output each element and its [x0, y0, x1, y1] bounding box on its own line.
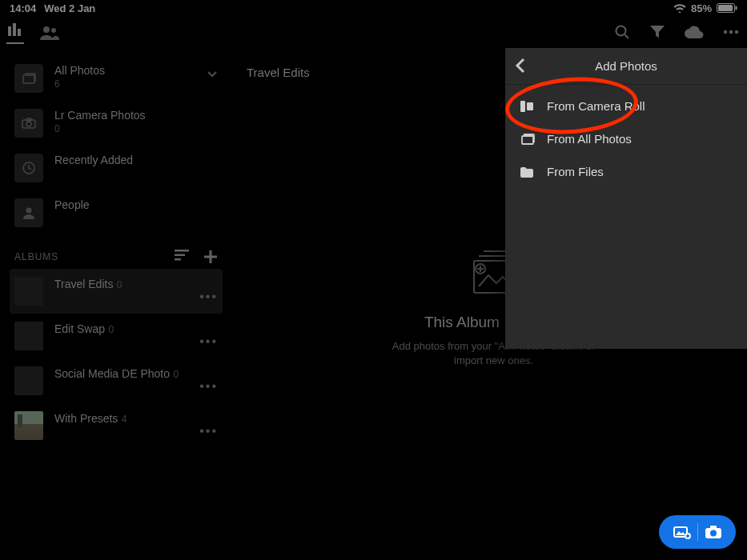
photo-stack-icon — [520, 133, 536, 146]
sidebar-item-count: 0 — [54, 123, 146, 134]
svg-rect-13 — [23, 75, 34, 83]
svg-rect-28 — [520, 101, 525, 112]
import-fab[interactable] — [659, 515, 736, 549]
sidebar-item-count: 6 — [54, 78, 105, 90]
album-item-label: Edit Swap — [54, 322, 105, 335]
svg-rect-2 — [736, 6, 737, 10]
popup-header: Add Photos — [505, 48, 747, 85]
status-date: Wed 2 Jan — [44, 2, 95, 14]
album-item-label: With Presets — [54, 412, 118, 425]
filter-icon[interactable] — [649, 25, 665, 39]
popup-item-camera-roll[interactable]: From Camera Roll — [505, 90, 747, 122]
camera-icon — [14, 109, 43, 138]
svg-point-10 — [724, 30, 727, 34]
svg-rect-37 — [710, 526, 717, 529]
status-time: 14:04 — [10, 2, 36, 14]
add-photo-icon — [673, 525, 691, 539]
album-thumb — [14, 322, 43, 350]
svg-point-11 — [729, 30, 733, 34]
overflow-icon[interactable] — [723, 30, 739, 34]
svg-rect-34 — [685, 535, 689, 537]
popup-item-files[interactable]: From Files — [505, 155, 747, 188]
battery-icon — [717, 3, 737, 13]
sidebar-item-label: People — [54, 198, 90, 211]
album-item-social-media[interactable]: Social Media DE Photo 0 ••• — [10, 358, 223, 403]
svg-rect-30 — [522, 136, 533, 144]
album-item-count: 0 — [109, 324, 114, 335]
svg-point-12 — [735, 30, 738, 34]
album-item-count: 4 — [122, 414, 127, 425]
popup-item-label: From Camera Roll — [547, 99, 645, 113]
person-icon — [14, 198, 43, 227]
camera-icon — [705, 525, 722, 539]
album-item-travel-edits[interactable]: Travel Edits 0 ••• — [10, 269, 223, 314]
album-thumb — [14, 277, 43, 306]
shared-tab-icon[interactable] — [40, 26, 59, 40]
svg-rect-29 — [527, 102, 533, 110]
sort-icon[interactable] — [175, 250, 189, 264]
popup-list: From Camera Roll From All Photos From Fi… — [505, 85, 747, 193]
sidebar-item-label: Recently Added — [54, 154, 133, 166]
album-item-label: Travel Edits — [54, 278, 113, 290]
album-more-icon[interactable]: ••• — [199, 290, 218, 304]
add-album-icon[interactable] — [203, 250, 218, 264]
svg-point-7 — [51, 28, 56, 33]
svg-line-9 — [625, 35, 629, 39]
sidebar-item-recently-added[interactable]: Recently Added — [10, 146, 223, 190]
sidebar-item-label: Lr Camera Photos — [54, 109, 146, 122]
sidebar-item-people[interactable]: People — [10, 190, 223, 235]
toolbar-right — [614, 24, 739, 40]
svg-rect-23 — [204, 256, 217, 258]
wifi-icon — [673, 3, 686, 13]
photo-stack-icon — [14, 64, 43, 93]
svg-point-18 — [26, 208, 32, 214]
cloud-icon[interactable] — [685, 26, 704, 38]
albums-header: ALBUMS — [14, 250, 218, 264]
status-battery: 85% — [691, 2, 712, 14]
library-tab-icon[interactable] — [6, 22, 24, 44]
album-item-count: 0 — [173, 369, 179, 380]
sidebar-item-all-photos[interactable]: All Photos 6 — [10, 56, 223, 101]
clock-icon — [14, 154, 43, 182]
popup-item-label: From Files — [547, 165, 604, 178]
popup-title: Add Photos — [595, 59, 657, 73]
svg-point-8 — [616, 26, 626, 36]
folder-icon — [520, 166, 536, 178]
device-photos-icon — [520, 100, 536, 113]
svg-point-15 — [26, 122, 31, 126]
album-thumb — [14, 411, 43, 440]
empty-subtitle-line2: import new ones. — [334, 354, 654, 368]
album-item-edit-swap[interactable]: Edit Swap 0 ••• — [10, 314, 223, 358]
album-thumb — [14, 366, 43, 395]
album-more-icon[interactable]: ••• — [199, 424, 218, 438]
albums-heading: ALBUMS — [14, 251, 58, 262]
top-tabs — [6, 19, 59, 46]
svg-rect-1 — [718, 5, 733, 11]
svg-rect-20 — [175, 254, 185, 257]
fab-divider — [697, 523, 698, 541]
svg-rect-21 — [175, 258, 181, 261]
album-item-with-presets[interactable]: With Presets 4 ••• — [10, 403, 223, 448]
album-item-label: Social Media DE Photo — [54, 367, 170, 380]
status-bar: 14:04 Wed 2 Jan 85% — [0, 0, 747, 16]
svg-point-36 — [710, 530, 717, 537]
chevron-down-icon[interactable] — [207, 70, 218, 78]
svg-point-6 — [43, 26, 50, 33]
sidebar-item-lr-camera[interactable]: Lr Camera Photos 0 — [10, 101, 223, 146]
search-icon[interactable] — [614, 24, 630, 40]
svg-rect-3 — [8, 26, 11, 36]
sidebar-item-label: All Photos — [54, 64, 105, 77]
svg-rect-19 — [175, 250, 189, 252]
popup-item-label: From All Photos — [547, 132, 632, 146]
album-item-count: 0 — [117, 279, 122, 290]
album-more-icon[interactable]: ••• — [199, 334, 218, 349]
album-more-icon[interactable]: ••• — [199, 379, 218, 394]
svg-rect-5 — [18, 29, 21, 36]
svg-rect-4 — [13, 23, 16, 36]
add-photos-popup: Add Photos From Camera Roll From All Pho… — [505, 48, 747, 349]
popup-item-all-photos[interactable]: From All Photos — [505, 122, 747, 155]
back-icon[interactable] — [515, 58, 526, 74]
sidebar: All Photos 6 Lr Camera Photos 0 Recently… — [0, 56, 232, 560]
